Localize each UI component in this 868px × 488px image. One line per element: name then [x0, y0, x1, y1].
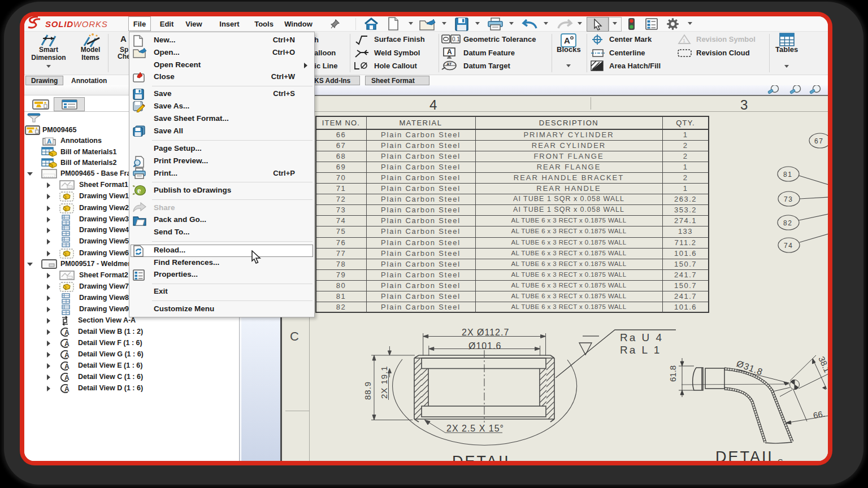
svg-text:2X Ø112.7: 2X Ø112.7 — [462, 328, 509, 337]
svg-text:DETAIL: DETAIL — [452, 453, 515, 461]
svg-text:88.9: 88.9 — [363, 381, 372, 400]
svg-text:e: e — [137, 186, 141, 195]
svg-text:2X 2.5 X 15°: 2X 2.5 X 15° — [446, 424, 504, 433]
svg-text:A: A — [47, 138, 51, 145]
svg-text:A: A — [64, 363, 70, 371]
svg-text:DETAIL: DETAIL — [715, 448, 778, 461]
svg-text:66.: 66. — [813, 409, 826, 420]
svg-text:73: 73 — [784, 195, 793, 203]
svg-text:A: A — [64, 329, 70, 337]
svg-text:A: A — [64, 385, 70, 393]
svg-text:67: 67 — [814, 137, 823, 145]
svg-text:A: A — [64, 374, 70, 382]
svg-text:A: A — [64, 340, 70, 348]
svg-text:2X 19.1: 2X 19.1 — [379, 365, 389, 399]
svg-text:61.8: 61.8 — [668, 365, 678, 382]
svg-text:74: 74 — [784, 242, 793, 250]
svg-text:81: 81 — [783, 171, 792, 178]
svg-text:Ra L 1: Ra L 1 — [620, 344, 661, 356]
svg-text:Ra U 4: Ra U 4 — [620, 332, 663, 343]
svg-text:82: 82 — [783, 219, 792, 227]
svg-text:A: A — [64, 351, 70, 359]
svg-text:Ø101.6: Ø101.6 — [468, 341, 501, 351]
svg-text:C: C — [778, 457, 783, 461]
